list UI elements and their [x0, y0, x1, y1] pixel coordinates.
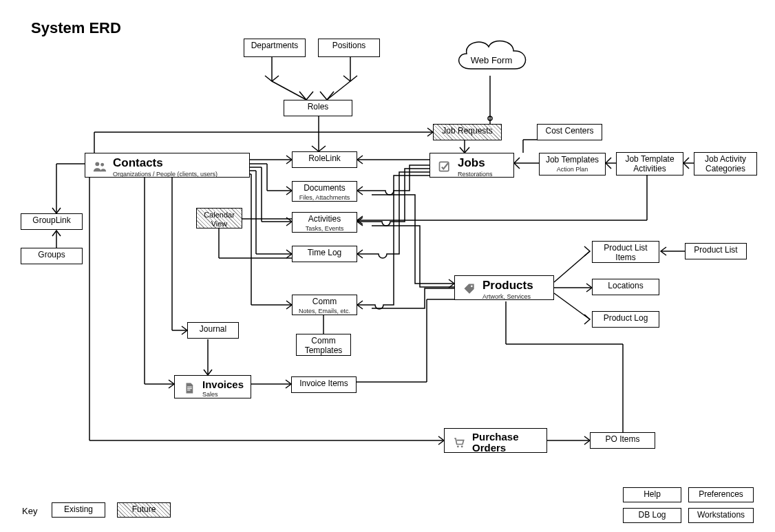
entity-positions: Positions — [318, 39, 380, 57]
invoices-title: Invoices — [202, 379, 244, 390]
svg-point-65 — [461, 445, 463, 447]
svg-rect-62 — [187, 388, 192, 389]
contacts-subtitle: Organizations / People (clients, users) — [113, 171, 217, 178]
entity-job-templates: Job Templates Action Plan — [539, 153, 606, 175]
documents-label: Documents — [297, 184, 352, 193]
rolelink-label: RoleLink — [297, 154, 352, 164]
entity-journal: Journal — [187, 322, 239, 339]
entity-db-log: DB Log — [623, 508, 681, 523]
entity-help: Help — [623, 487, 681, 502]
jobs-subtitle: Restorations — [458, 171, 493, 178]
cart-icon — [452, 435, 467, 450]
timelog-label: Time Log — [297, 248, 352, 258]
connectors-layer — [0, 0, 775, 532]
svg-line-3 — [327, 81, 350, 100]
key-future: Future — [117, 502, 171, 518]
jta-label: Job Template Activities — [621, 155, 679, 174]
roles-label: Roles — [288, 103, 348, 112]
entity-calendar-view: Calendar View — [196, 208, 242, 228]
invoices-sub: Sales — [202, 391, 244, 398]
product-list-label: Product List — [690, 246, 742, 255]
entity-product-log: Product Log — [592, 311, 659, 328]
calendar-view-label: Calendar View — [201, 211, 237, 228]
job-templates-label: Job Templates — [544, 156, 601, 165]
entity-job-activity-categories: Job Activity Categories — [694, 152, 757, 175]
svg-line-1 — [272, 81, 306, 100]
checkbox-icon — [437, 159, 452, 174]
erd-stage: System ERD — [0, 0, 775, 532]
po-items-label: PO Items — [595, 435, 650, 445]
svg-rect-63 — [187, 390, 191, 391]
svg-point-6 — [488, 116, 492, 120]
svg-line-32 — [554, 293, 590, 319]
comm-sub: Notes, Emails, etc. — [297, 308, 352, 315]
comm-templates-label: Comm Templates — [301, 337, 346, 356]
svg-point-64 — [457, 445, 459, 447]
entity-comm-templates: Comm Templates — [296, 334, 351, 356]
contacts-title: Contacts — [113, 156, 217, 170]
svg-rect-61 — [187, 387, 192, 387]
entity-invoices: Invoices Sales — [174, 375, 251, 398]
entity-activities: Activities Tasks, Events — [292, 212, 357, 233]
entity-job-template-activities: Job Template Activities — [616, 152, 683, 175]
entity-workstations: Workstations — [688, 508, 754, 523]
preferences-label: Preferences — [693, 490, 749, 500]
documents-sub: Files, Attachments — [297, 194, 352, 201]
cost-centers-label: Cost Centers — [542, 127, 597, 136]
page-title: System ERD — [31, 19, 121, 37]
key-existing-label: Existing — [56, 505, 100, 515]
entity-products: Products Artwork, Services — [454, 275, 554, 300]
entity-roles: Roles — [284, 100, 352, 116]
svg-line-30 — [554, 251, 590, 282]
departments-label: Departments — [248, 41, 301, 51]
dblog-label: DB Log — [628, 511, 677, 520]
comm-label: Comm — [297, 297, 352, 307]
entity-product-list-items: Product List Items — [592, 241, 659, 263]
entity-web-form: Web Form — [450, 34, 533, 79]
po-title: Purchase Orders — [472, 432, 540, 454]
svg-point-58 — [100, 163, 104, 167]
locations-label: Locations — [597, 281, 655, 291]
document-icon — [182, 381, 197, 396]
activities-label: Activities — [297, 215, 352, 224]
entity-departments: Departments — [244, 39, 306, 57]
web-form-label: Web Form — [471, 55, 512, 65]
jac-label: Job Activity Categories — [699, 155, 752, 174]
products-sub: Artwork, Services — [482, 293, 533, 300]
positions-label: Positions — [323, 41, 375, 51]
svg-point-57 — [95, 162, 99, 167]
entity-preferences: Preferences — [688, 487, 754, 502]
products-title: Products — [482, 279, 533, 292]
entity-invoice-items: Invoice Items — [291, 376, 357, 393]
journal-label: Journal — [192, 325, 234, 334]
entity-job-requests: Job Requests — [433, 124, 502, 140]
job-requests-label: Job Requests — [438, 127, 497, 136]
product-log-label: Product Log — [597, 314, 655, 323]
key-existing: Existing — [52, 502, 105, 518]
key-label: Key — [22, 506, 37, 516]
help-label: Help — [628, 490, 677, 500]
svg-point-60 — [471, 286, 473, 288]
entity-cost-centers: Cost Centers — [537, 124, 602, 140]
entity-grouplink: GroupLink — [21, 213, 83, 230]
entity-rolelink: RoleLink — [292, 151, 357, 168]
workstations-label: Workstations — [693, 511, 749, 520]
entity-locations: Locations — [592, 279, 659, 295]
key-future-label: Future — [122, 505, 166, 515]
tag-icon — [462, 281, 477, 297]
entity-documents: Documents Files, Attachments — [292, 181, 357, 202]
activities-sub: Tasks, Events — [297, 225, 352, 232]
pli-label: Product List Items — [597, 244, 655, 263]
entity-groups: Groups — [21, 248, 83, 264]
invoice-items-label: Invoice Items — [296, 379, 352, 389]
entity-contacts: Contacts Organizations / People (clients… — [85, 153, 250, 178]
entity-comm: Comm Notes, Emails, etc. — [292, 295, 357, 315]
entity-product-list: Product List — [685, 243, 747, 259]
entity-purchase-orders: Purchase Orders — [444, 428, 547, 453]
groups-label: Groups — [25, 251, 78, 260]
job-templates-sub: Action Plan — [544, 166, 601, 173]
entity-po-items: PO Items — [590, 432, 655, 449]
people-icon — [92, 159, 107, 174]
entity-time-log: Time Log — [292, 246, 357, 262]
jobs-title: Jobs — [458, 156, 493, 170]
